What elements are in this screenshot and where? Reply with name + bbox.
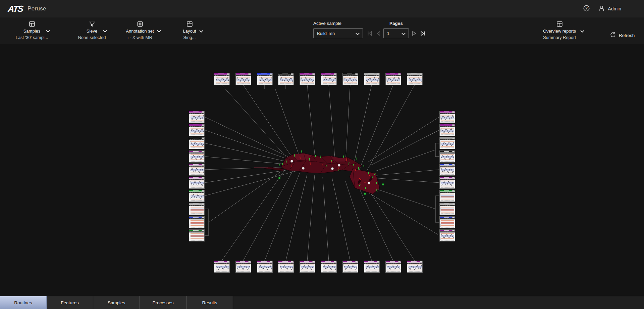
chart-thumbnail[interactable] xyxy=(342,261,358,273)
page-value: 1 xyxy=(387,31,389,36)
chart-thumbnail[interactable] xyxy=(385,261,401,273)
next-page-button[interactable] xyxy=(410,29,418,37)
chevron-down-icon xyxy=(580,29,585,34)
chart-thumbnail[interactable] xyxy=(321,261,337,273)
tab-features[interactable]: Features xyxy=(47,296,93,309)
chart-thumbnail[interactable] xyxy=(342,73,358,85)
chart-thumbnail[interactable] xyxy=(189,203,205,215)
chart-thumbnail[interactable] xyxy=(189,216,205,228)
annotation-set-value: i - X with MR xyxy=(127,35,152,40)
svg-text:?: ? xyxy=(585,6,588,10)
chart-thumbnail[interactable] xyxy=(439,229,455,241)
first-page-button[interactable] xyxy=(366,29,373,37)
last-page-button[interactable] xyxy=(419,29,426,37)
refresh-button[interactable]: Refresh xyxy=(610,32,635,39)
chevron-down-icon xyxy=(157,29,161,34)
model-viewport[interactable] xyxy=(0,44,644,296)
chart-thumbnail[interactable] xyxy=(214,73,230,85)
chart-thumbnail[interactable] xyxy=(257,73,273,85)
refresh-label: Refresh xyxy=(619,33,635,38)
sieve-value: None selected xyxy=(78,35,106,40)
app-title: Peruse xyxy=(28,5,46,12)
chart-thumbnail[interactable] xyxy=(439,164,455,176)
annotation-set-label: Annotation set xyxy=(126,29,154,34)
app-header: ATS Peruse ? Admin xyxy=(0,0,644,17)
chart-thumbnail[interactable] xyxy=(439,190,455,202)
chart-thumbnail[interactable] xyxy=(278,261,294,273)
tab-results[interactable]: Results xyxy=(186,296,233,309)
overview-reports-value: Summary Report xyxy=(543,35,576,40)
chart-thumbnail[interactable] xyxy=(439,111,455,123)
chart-thumbnail[interactable] xyxy=(189,137,205,149)
ats-logo: ATS xyxy=(7,4,23,14)
sieve-dropdown[interactable]: Sieve None selected xyxy=(68,20,115,40)
help-button[interactable]: ? xyxy=(583,5,590,12)
chart-thumbnail[interactable] xyxy=(214,261,230,273)
refresh-icon xyxy=(610,32,616,39)
chevron-down-icon xyxy=(355,32,360,37)
tab-samples[interactable]: Samples xyxy=(93,296,140,309)
chart-thumbnail[interactable] xyxy=(278,73,294,85)
tab-processes[interactable]: Processes xyxy=(140,296,186,309)
chart-thumbnail[interactable] xyxy=(407,261,423,273)
chart-thumbnail[interactable] xyxy=(189,124,205,136)
help-icon: ? xyxy=(583,5,590,12)
window-icon xyxy=(186,20,193,28)
samples-dropdown[interactable]: Samples Last '30' sampl... xyxy=(5,20,59,40)
overview-reports-dropdown[interactable]: Overview reports Summary Report xyxy=(533,20,586,40)
chart-thumbnail[interactable] xyxy=(439,203,455,215)
chevron-down-icon xyxy=(401,32,406,37)
chart-thumbnail[interactable] xyxy=(364,261,380,273)
grid-icon xyxy=(137,20,144,28)
bottom-tab-bar: RoutinesFeaturesSamplesProcessesResults xyxy=(0,296,644,309)
sieve-label: Sieve xyxy=(87,29,98,34)
chevron-down-icon xyxy=(103,29,107,34)
chevron-down-icon xyxy=(46,29,50,34)
car-part-3d-model xyxy=(254,150,384,195)
chart-thumbnail[interactable] xyxy=(439,137,455,149)
chart-thumbnail[interactable] xyxy=(439,177,455,189)
active-sample-select[interactable]: Build Ten xyxy=(313,28,363,38)
overview-reports-label: Overview reports xyxy=(543,29,576,34)
toolbar: Samples Last '30' sampl... Sieve None se… xyxy=(0,17,644,44)
user-menu[interactable]: Admin xyxy=(598,5,621,13)
chart-thumbnail[interactable] xyxy=(300,261,315,273)
chart-thumbnail[interactable] xyxy=(364,73,380,85)
page-select[interactable]: 1 xyxy=(383,28,409,38)
window-icon xyxy=(556,20,563,28)
chart-thumbnail[interactable] xyxy=(235,261,251,273)
chart-thumbnail[interactable] xyxy=(407,73,423,85)
funnel-icon xyxy=(89,20,96,28)
chart-thumbnail[interactable] xyxy=(235,73,251,85)
layout-value: Sing... xyxy=(183,35,196,40)
layout-label: Layout xyxy=(183,29,196,34)
chart-thumbnail[interactable] xyxy=(189,164,205,176)
active-sample-group: Active sample Build Ten xyxy=(313,21,364,38)
chart-thumbnail[interactable] xyxy=(321,73,337,85)
active-sample-label: Active sample xyxy=(313,21,364,26)
chart-thumbnail[interactable] xyxy=(300,73,315,85)
chart-thumbnail[interactable] xyxy=(189,111,205,123)
chevron-down-icon xyxy=(199,29,204,34)
chart-thumbnail[interactable] xyxy=(385,73,401,85)
pages-label: Pages xyxy=(389,21,403,26)
chart-thumbnail[interactable] xyxy=(439,124,455,136)
samples-value: Last '30' sampl... xyxy=(16,35,48,40)
layout-dropdown[interactable]: Layout Sing... xyxy=(169,20,210,40)
active-sample-value: Build Ten xyxy=(317,31,335,36)
chart-thumbnail[interactable] xyxy=(189,150,205,163)
annotation-set-dropdown[interactable]: Annotation set i - X with MR xyxy=(113,20,167,40)
pages-group: Pages 1 xyxy=(367,21,426,38)
samples-label: Samples xyxy=(23,29,41,34)
user-icon xyxy=(598,5,605,13)
chart-thumbnail[interactable] xyxy=(257,261,273,273)
window-icon xyxy=(29,20,36,28)
chart-thumbnail[interactable] xyxy=(189,229,205,241)
chart-thumbnail[interactable] xyxy=(189,190,205,202)
chart-thumbnail[interactable] xyxy=(439,216,455,228)
previous-page-button[interactable] xyxy=(375,29,382,37)
tab-routines[interactable]: Routines xyxy=(0,296,47,309)
chart-thumbnail[interactable] xyxy=(439,150,455,163)
user-label: Admin xyxy=(608,6,621,11)
chart-thumbnail[interactable] xyxy=(189,177,205,189)
